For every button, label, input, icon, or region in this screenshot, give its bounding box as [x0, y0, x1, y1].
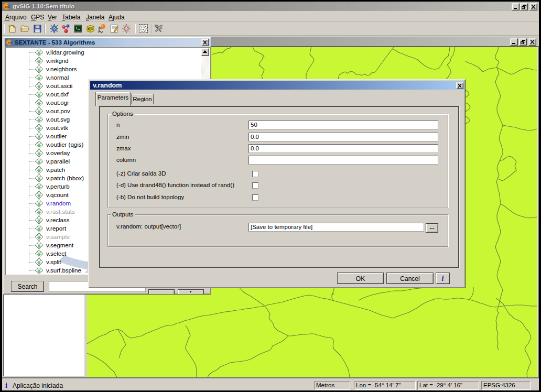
svg-text:SIG: SIG: [8, 41, 12, 44]
svg-text:SIG: SIG: [5, 5, 9, 8]
